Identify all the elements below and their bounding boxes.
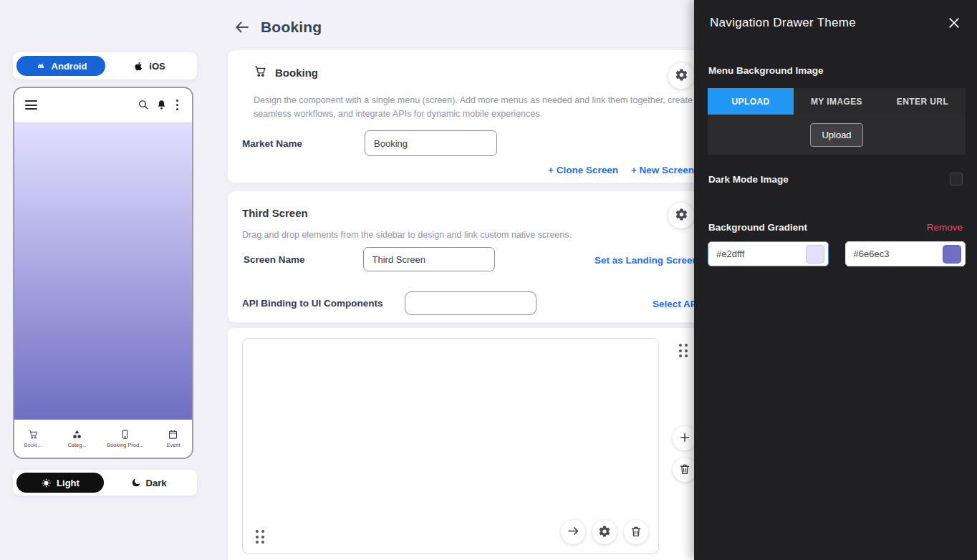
hamburger-menu-icon[interactable] [25,100,37,110]
navigate-arrow-button[interactable] [561,520,585,544]
upload-button[interactable]: Upload [810,123,862,147]
device-toggle: Android iOS [13,52,197,79]
gradient-color-swatch-1[interactable] [806,245,824,264]
background-gradient-label: Background Gradient [708,222,807,233]
tab-upload[interactable]: UPLOAD [708,88,794,115]
panel-title: Navigation Drawer Theme [710,16,856,30]
element-settings-button[interactable] [592,520,617,544]
page-header: Booking [234,19,322,36]
drag-handle-icon[interactable] [256,530,264,544]
close-icon[interactable] [947,16,961,30]
set-landing-screen-link[interactable]: Set as Landing Screen [595,255,698,266]
market-name-input[interactable] [365,130,497,156]
add-element-button[interactable] [673,426,697,450]
clone-screen-link[interactable]: + Clone Screen [548,165,618,175]
screen-title: Third Screen [242,207,308,219]
component-settings-button[interactable] [668,63,694,89]
component-title: Booking [275,67,318,79]
gear-icon [675,208,688,224]
gear-icon [598,525,611,540]
apple-icon [133,61,144,72]
cart-icon [28,429,39,440]
android-icon [35,60,47,72]
gradient-color-input-1[interactable]: #e2dfff [708,241,829,266]
background-gradient-row: Background Gradient Remove [708,222,963,233]
market-name-row: Market Name [242,130,497,156]
gradient-color-swatch-2[interactable] [943,245,961,264]
phone-nav-item-booking-product[interactable]: Booking Prod... [107,429,143,448]
screen-description: Drag and drop elements from the sidebar … [242,228,686,242]
gradient-color-inputs: #e2dfff #6e6ec3 [708,241,966,266]
phone-nav-item-booking[interactable]: Booki... [19,429,47,448]
screen-name-label: Screen Name [244,254,305,265]
screen-settings-button[interactable] [668,203,694,228]
delete-screen-button[interactable] [673,458,697,482]
light-mode-label: Light [57,478,80,488]
back-arrow-icon[interactable] [234,19,251,36]
tab-my-images[interactable]: MY IMAGES [794,88,880,115]
panel-header: Navigation Drawer Theme [694,0,977,30]
screen-drag-handle-icon[interactable] [679,344,688,357]
menu-background-image-label: Menu Background Image [708,65,824,76]
api-binding-row: API Binding to UI Components [242,291,536,315]
kebab-menu-icon[interactable] [173,100,181,110]
dark-mode-image-checkbox[interactable] [950,173,963,185]
delete-element-button[interactable] [624,520,648,544]
cart-icon [254,64,267,81]
app-builder-screen: Android iOS [0,0,977,560]
tab-enter-url[interactable]: ENTER URL [880,88,966,115]
api-binding-label: API Binding to UI Components [242,298,382,309]
search-icon[interactable] [138,99,150,111]
dark-mode-button[interactable]: Dark [104,473,193,493]
gradient-color-hex-1: #e2dfff [716,248,744,259]
screen-actions-links: + Clone Screen + New Screen [548,165,694,175]
dark-mode-image-row: Dark Mode Image [708,173,963,185]
component-description: Design the component with a single menu … [254,94,718,122]
dropzone-actions [561,520,648,544]
phone-nav-label: Booki... [24,442,42,448]
phone-nav-label: Booking Prod... [107,442,143,448]
screen-name-input[interactable] [363,247,495,271]
plus-icon [678,431,691,446]
android-toggle-label: Android [52,61,87,72]
gear-icon [675,68,688,85]
phone-nav-item-category[interactable]: Categ... [63,429,92,448]
preview-column: Android iOS [13,52,197,496]
phone-preview: Booki... Categ... [13,87,193,459]
sun-icon [41,478,52,488]
booking-component-card: Booking Design the component with a sing… [228,50,716,183]
phone-bottom-nav: Booki... Categ... [14,420,192,458]
third-screen-card: Third Screen Drag and drop elements from… [228,191,716,322]
notification-bell-icon[interactable] [155,99,168,111]
screen-name-row: Screen Name [244,247,495,271]
category-icon [72,429,82,440]
image-source-tabs: UPLOAD MY IMAGES ENTER URL [708,88,966,115]
component-dropzone[interactable] [242,338,659,554]
ios-toggle-label: iOS [149,61,165,72]
mobile-icon [120,429,130,440]
remove-gradient-link[interactable]: Remove [927,222,963,233]
gradient-color-input-2[interactable]: #6e6ec3 [845,241,966,266]
screen-canvas-card [228,328,716,560]
navigation-drawer-theme-panel: Navigation Drawer Theme Menu Background … [694,0,977,560]
select-api-link[interactable]: Select API [653,299,700,309]
android-toggle-button[interactable]: Android [16,56,105,76]
phone-nav-item-event[interactable]: Event [159,429,188,448]
api-binding-input[interactable] [405,291,536,315]
arrow-right-icon [567,524,580,540]
phone-nav-label: Categ... [67,442,86,448]
page-title: Booking [261,19,322,36]
phone-app-bar [14,88,192,122]
trash-icon [678,463,691,478]
moon-icon [131,478,141,488]
new-screen-link[interactable]: + New Screen [631,165,694,175]
ios-toggle-button[interactable]: iOS [105,56,193,76]
trash-icon [630,525,642,540]
dark-mode-toggle-label: Dark [146,478,167,488]
dark-mode-image-label: Dark Mode Image [708,174,789,185]
light-mode-button[interactable]: Light [16,473,104,493]
calendar-icon [168,429,178,440]
phone-nav-label: Event [166,442,180,448]
phone-gradient-body [14,122,192,420]
gradient-color-hex-2: #6e6ec3 [854,248,890,259]
